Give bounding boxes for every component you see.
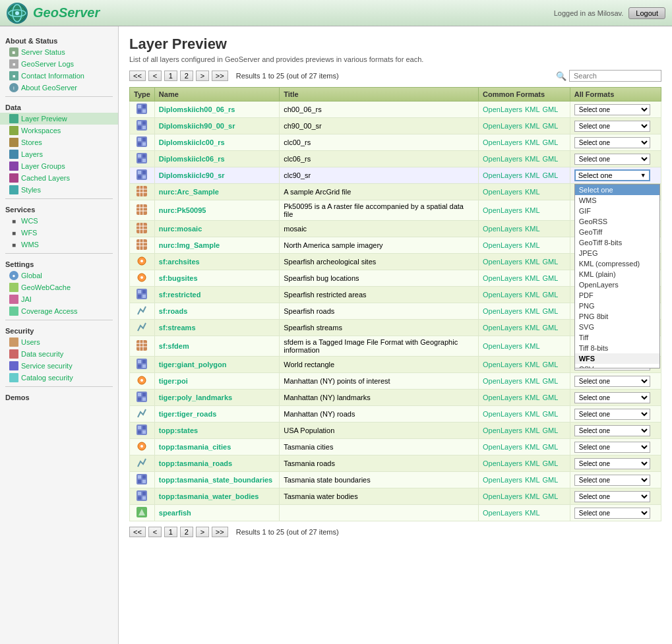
- sidebar-item-server-status[interactable]: ■ Server Status: [0, 46, 118, 58]
- layer-name-link[interactable]: nurc:Img_Sample: [159, 241, 220, 249]
- all-formats-select[interactable]: Select one: [574, 104, 650, 115]
- format-link[interactable]: OpenLayers: [483, 377, 522, 385]
- layer-name-link[interactable]: topp:tasmania_cities: [159, 443, 231, 451]
- sidebar-item-catalog-security[interactable]: Catalog security: [0, 372, 118, 384]
- all-formats-select[interactable]: Select one: [574, 508, 650, 519]
- pag-page1-btn-bottom[interactable]: 1: [164, 527, 177, 537]
- sidebar-item-workspaces[interactable]: Workspaces: [0, 125, 118, 136]
- all-formats-select[interactable]: Select one: [574, 425, 650, 436]
- layer-name-link[interactable]: topp:tasmania_water_bodies: [159, 492, 259, 500]
- search-input[interactable]: [569, 70, 661, 82]
- format-link[interactable]: OpenLayers: [483, 307, 522, 315]
- format-link[interactable]: KML: [525, 324, 540, 332]
- dropdown-option[interactable]: KML (compressed): [575, 258, 659, 269]
- all-formats-select[interactable]: Select one: [574, 154, 650, 165]
- format-link[interactable]: GML: [543, 274, 559, 282]
- all-formats-select[interactable]: Select one: [574, 392, 650, 403]
- sidebar-item-about-geoserver[interactable]: i About GeoServer: [0, 82, 118, 94]
- format-link[interactable]: KML: [525, 342, 540, 350]
- dropdown-option[interactable]: GeoTiff: [575, 227, 659, 237]
- dropdown-trigger[interactable]: Select one▼: [574, 169, 650, 181]
- format-link[interactable]: KML: [525, 291, 540, 299]
- format-link[interactable]: GML: [543, 138, 559, 146]
- format-link[interactable]: GML: [543, 324, 559, 332]
- layer-name-link[interactable]: topp:states: [159, 426, 198, 434]
- layer-name-link[interactable]: Diplomskiiclc06_rs: [159, 155, 225, 163]
- format-link[interactable]: GML: [543, 459, 559, 467]
- format-link[interactable]: OpenLayers: [483, 206, 522, 214]
- format-link[interactable]: GML: [543, 410, 559, 418]
- all-formats-select[interactable]: Select one: [574, 121, 650, 132]
- pag-first-btn-bottom[interactable]: <<: [129, 527, 146, 537]
- layer-name-link[interactable]: spearfish: [159, 509, 191, 517]
- dropdown-option[interactable]: GeoTiff 8-bits: [575, 237, 659, 248]
- format-link[interactable]: KML: [525, 509, 540, 517]
- format-link[interactable]: OpenLayers: [483, 138, 522, 146]
- format-link[interactable]: OpenLayers: [483, 324, 522, 332]
- format-link[interactable]: GML: [543, 105, 559, 113]
- layer-name-link[interactable]: sf:archsites: [159, 258, 200, 266]
- format-link[interactable]: OpenLayers: [483, 225, 522, 233]
- all-formats-select[interactable]: Select one: [574, 409, 650, 420]
- layer-name-link[interactable]: tiger:tiger_roads: [159, 410, 216, 418]
- all-formats-select[interactable]: Select one: [574, 137, 650, 148]
- format-link[interactable]: KML: [525, 138, 540, 146]
- all-formats-select[interactable]: Select one: [574, 491, 650, 502]
- layer-name-link[interactable]: Diplomskiich00_06_rs: [159, 105, 235, 113]
- dropdown-option[interactable]: Tiff: [575, 332, 659, 343]
- dropdown-option[interactable]: CSV: [575, 364, 659, 368]
- pag-last-btn[interactable]: >>: [212, 71, 228, 81]
- layer-name-link[interactable]: topp:tasmania_state_boundaries: [159, 476, 272, 484]
- dropdown-option[interactable]: PNG 8bit: [575, 311, 659, 322]
- layer-name-link[interactable]: Diplomskiiclc90_sr: [159, 171, 225, 179]
- format-link[interactable]: OpenLayers: [483, 410, 522, 418]
- sidebar-item-service-security[interactable]: Service security: [0, 360, 118, 372]
- format-link[interactable]: OpenLayers: [483, 105, 522, 113]
- pag-first-btn[interactable]: <<: [129, 71, 146, 81]
- format-link[interactable]: GML: [543, 291, 559, 299]
- dropdown-option[interactable]: OpenLayers: [575, 279, 659, 290]
- logout-button[interactable]: Logout: [628, 7, 665, 19]
- format-link[interactable]: KML: [525, 426, 540, 434]
- format-link[interactable]: KML: [525, 476, 540, 484]
- sidebar-item-data-security[interactable]: Data security: [0, 348, 118, 360]
- dropdown-option[interactable]: SVG: [575, 322, 659, 332]
- dropdown-option[interactable]: GIF: [575, 206, 659, 216]
- format-link[interactable]: GML: [543, 171, 559, 179]
- format-link[interactable]: GML: [543, 377, 559, 385]
- sidebar-item-layer-groups[interactable]: Layer Groups: [0, 160, 118, 172]
- format-link[interactable]: KML: [525, 492, 540, 500]
- format-link[interactable]: KML: [525, 225, 540, 233]
- layer-name-link[interactable]: nurc:mosaic: [159, 225, 202, 233]
- format-link[interactable]: GML: [543, 361, 559, 368]
- format-link[interactable]: GML: [543, 492, 559, 500]
- format-link[interactable]: GML: [543, 122, 559, 130]
- sidebar-item-cached-layers[interactable]: Cached Layers: [0, 172, 118, 184]
- layer-name-link[interactable]: sf:bugsites: [159, 274, 198, 282]
- dropdown-option[interactable]: JPEG: [575, 248, 659, 258]
- format-link[interactable]: KML: [525, 443, 540, 451]
- pag-page2-btn-bottom[interactable]: 2: [180, 527, 193, 537]
- sidebar-item-geowebcache[interactable]: GeoWebCache: [0, 281, 118, 293]
- layer-name-link[interactable]: sf:roads: [159, 307, 187, 315]
- layer-name-link[interactable]: sf:restricted: [159, 291, 201, 299]
- format-link[interactable]: KML: [525, 105, 540, 113]
- format-link[interactable]: GML: [543, 426, 559, 434]
- sidebar-item-layer-preview[interactable]: Layer Preview: [0, 113, 118, 125]
- format-link[interactable]: KML: [525, 394, 540, 401]
- format-link[interactable]: OpenLayers: [483, 426, 522, 434]
- all-formats-select[interactable]: Select one: [574, 442, 650, 453]
- format-link[interactable]: OpenLayers: [483, 394, 522, 401]
- layer-name-link[interactable]: tiger:giant_polygon: [159, 361, 227, 368]
- sidebar-item-users[interactable]: Users: [0, 336, 118, 348]
- format-link[interactable]: OpenLayers: [483, 476, 522, 484]
- format-link[interactable]: GML: [543, 307, 559, 315]
- all-formats-select[interactable]: Select one: [574, 376, 650, 387]
- format-link[interactable]: KML: [525, 241, 540, 249]
- format-link[interactable]: GML: [543, 443, 559, 451]
- format-link[interactable]: OpenLayers: [483, 492, 522, 500]
- format-link[interactable]: GML: [543, 394, 559, 401]
- sidebar-item-wcs[interactable]: ■ WCS: [0, 215, 118, 227]
- pag-prev-btn-bottom[interactable]: <: [148, 527, 162, 537]
- dropdown-option[interactable]: KML (plain): [575, 269, 659, 279]
